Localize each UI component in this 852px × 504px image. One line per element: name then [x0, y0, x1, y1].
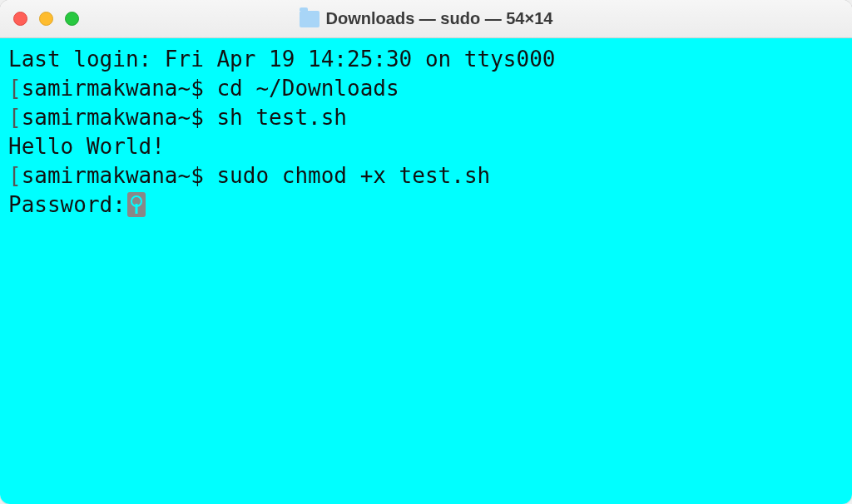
command: sudo chmod +x test.sh: [216, 163, 490, 188]
maximize-button[interactable]: [65, 12, 79, 26]
command-line-2: [samirmakwana~$ sh test.sh: [8, 103, 844, 132]
terminal-body[interactable]: Last login: Fri Apr 19 14:25:30 on ttys0…: [0, 38, 852, 504]
terminal-window: Downloads — sudo — 54×14 Last login: Fri…: [0, 0, 852, 504]
window-title: Downloads — sudo — 54×14: [326, 9, 553, 28]
prompt: samirmakwana~$: [22, 163, 217, 188]
prompt-bracket: [: [8, 163, 22, 188]
password-label: Password:: [8, 192, 126, 217]
command-line-3: [samirmakwana~$ sudo chmod +x test.sh: [8, 161, 844, 190]
prompt-bracket: [: [8, 76, 22, 101]
last-login-line: Last login: Fri Apr 19 14:25:30 on ttys0…: [8, 45, 844, 74]
prompt: samirmakwana~$: [22, 105, 217, 130]
key-icon: [127, 192, 146, 217]
password-line: Password:: [8, 190, 844, 220]
prompt: samirmakwana~$: [22, 76, 217, 101]
window-controls: [13, 12, 79, 26]
prompt-bracket: [: [8, 105, 22, 130]
close-button[interactable]: [13, 12, 27, 26]
command: sh test.sh: [216, 105, 347, 130]
output-line: Hello World!: [8, 132, 844, 161]
title-center: Downloads — sudo — 54×14: [0, 9, 852, 28]
minimize-button[interactable]: [39, 12, 53, 26]
titlebar[interactable]: Downloads — sudo — 54×14: [0, 0, 852, 38]
command: cd ~/Downloads: [216, 76, 399, 101]
command-line-1: [samirmakwana~$ cd ~/Downloads: [8, 74, 844, 103]
folder-icon: [300, 11, 320, 27]
